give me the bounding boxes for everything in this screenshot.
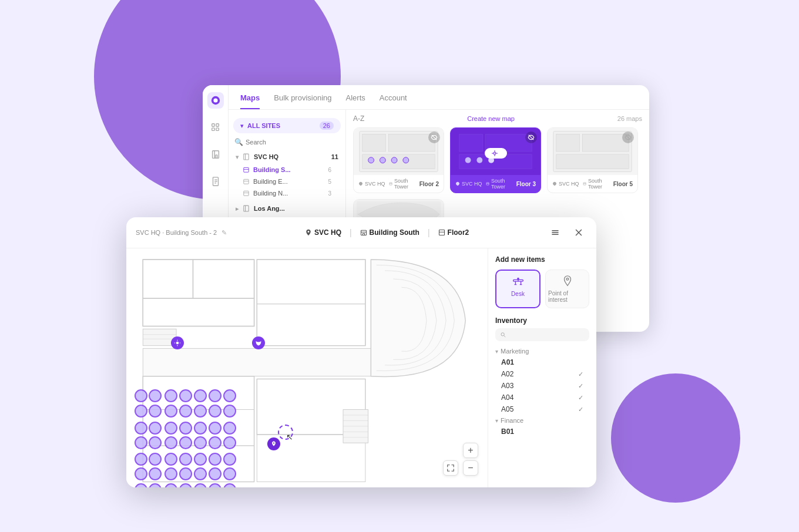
desk-circle-3: [164, 389, 177, 402]
all-sites-row[interactable]: ▾ ALL SITES 26: [233, 118, 341, 133]
site-item-building-n[interactable]: Building N... 3: [229, 187, 345, 199]
add-poi-button[interactable]: Point of interest: [545, 270, 589, 308]
svg-rect-68: [193, 260, 254, 298]
tab-maps[interactable]: Maps: [240, 93, 260, 109]
inventory-item-a01-label: A01: [501, 358, 583, 366]
inventory-search-input[interactable]: [510, 331, 585, 338]
inventory-item-a02-check: ✓: [578, 371, 583, 378]
desk-circle-29: [135, 453, 147, 466]
maps-grid: SVC HQ South Tower Floor 2: [353, 127, 642, 193]
inventory-item-a02-label: A02: [501, 370, 578, 378]
all-sites-count: 26: [320, 122, 334, 130]
svg-point-30: [391, 157, 397, 163]
svg-point-43: [494, 152, 496, 154]
desk-circle-28: [223, 436, 236, 449]
editor-body: ↖ + − Add new items: [126, 248, 596, 487]
search-row: 🔍: [229, 136, 345, 149]
svg-rect-53: [583, 183, 586, 185]
nav-bar: Maps Bulk provisioning Alerts Account: [229, 85, 649, 110]
svg-rect-4: [212, 128, 214, 131]
site-search-input[interactable]: [246, 139, 340, 146]
map-floor5-site-label: SVC HQ: [559, 181, 579, 187]
floor-marker-place: [267, 437, 280, 450]
all-sites-label: ALL SITES: [247, 122, 316, 129]
map-floor5-building-label: South Tower: [588, 178, 611, 190]
inventory-search-icon: [500, 331, 506, 338]
svg-rect-45: [486, 183, 489, 185]
inventory-item-a05[interactable]: A05 ✓: [495, 403, 589, 415]
svg-rect-80: [257, 304, 365, 346]
add-poi-label: Point of interest: [548, 290, 586, 303]
map-floor2-building: South Tower: [389, 178, 417, 190]
sidebar-icon-logo[interactable]: [207, 92, 224, 109]
zoom-controls: + −: [463, 443, 478, 476]
inventory-item-a04-label: A04: [501, 393, 578, 402]
inventory-group-finance-header[interactable]: ▾ Finance: [495, 415, 589, 426]
site-item-building-n-label: Building N...: [253, 190, 288, 197]
inventory-title: Inventory: [495, 316, 589, 325]
site-item-building-s-label: Building S...: [253, 166, 291, 173]
map-card-floor2-image: [354, 128, 444, 175]
map-canvas[interactable]: ↖ + −: [126, 248, 488, 487]
map-floor2-badge: Floor 2: [419, 181, 439, 187]
desk-circle-16: [149, 422, 162, 435]
map-floor3-site: SVC HQ: [455, 181, 484, 187]
desk-circle-42: [223, 467, 236, 480]
site-item-building-s[interactable]: Building S... 6: [229, 164, 345, 176]
floor-marker-1: [171, 336, 184, 349]
map-floor5-badge: Floor 5: [613, 181, 633, 187]
desk-circle-31: [164, 453, 177, 466]
floor-marker-2: [252, 336, 265, 349]
zoom-in-button[interactable]: +: [463, 443, 478, 458]
location-divider-1: |: [350, 228, 352, 237]
inventory-item-a04[interactable]: A04 ✓: [495, 392, 589, 403]
inventory-item-a03[interactable]: A03 ✓: [495, 380, 589, 392]
inventory-group-finance-name: Finance: [501, 417, 523, 424]
list-view-button[interactable]: [547, 224, 563, 241]
inventory-group-marketing-header[interactable]: ▾ Marketing: [495, 346, 589, 356]
desk-circle-39: [179, 467, 192, 480]
inventory-item-b01[interactable]: B01: [495, 426, 589, 437]
expand-button[interactable]: [443, 460, 458, 476]
desk-circle-30: [149, 453, 162, 466]
floor-plan: ↖ + −: [126, 248, 488, 487]
sidebar-icon-building[interactable]: [207, 146, 224, 163]
close-editor-button[interactable]: [570, 224, 587, 241]
inventory-item-a04-check: ✓: [578, 394, 583, 402]
desk-circle-34: [209, 453, 221, 466]
add-desk-button[interactable]: Desk: [495, 270, 540, 308]
manage-button[interactable]: [485, 148, 507, 159]
map-card-floor3[interactable]: SVC HQ South Tower Floor 3: [450, 127, 541, 193]
inventory-list: ▾ Marketing A01 A02 ✓ A03 ✓ A04 ✓: [495, 346, 589, 480]
map-card-floor2[interactable]: SVC HQ South Tower Floor 2: [353, 127, 444, 193]
map-card-floor2-footer: SVC HQ South Tower Floor 2: [354, 175, 444, 193]
desk-circle-14: [223, 405, 236, 417]
site-group-svchq-header[interactable]: ▾ SVC HQ 11: [229, 150, 345, 164]
svg-rect-3: [216, 124, 219, 127]
create-new-map-link[interactable]: Create new map: [467, 115, 515, 122]
site-group-losang-header[interactable]: ▸ Los Ang...: [229, 201, 345, 216]
desk-circle-33: [194, 453, 207, 466]
edit-breadcrumb-icon[interactable]: ✎: [221, 229, 227, 237]
location-building: Building South: [360, 228, 419, 237]
inventory-item-a01[interactable]: A01: [495, 356, 589, 368]
sidebar-icon-document[interactable]: [207, 173, 224, 190]
tab-account[interactable]: Account: [380, 93, 407, 109]
svg-point-28: [368, 157, 374, 163]
desk-circle-10: [164, 405, 177, 417]
add-desk-label: Desk: [511, 291, 525, 297]
drag-indicator: [278, 425, 293, 440]
svg-line-99: [504, 336, 505, 337]
inventory-item-a02[interactable]: A02 ✓: [495, 368, 589, 380]
site-item-building-e[interactable]: Building E... 5: [229, 176, 345, 187]
tab-bulk-provisioning[interactable]: Bulk provisioning: [274, 93, 331, 109]
desk-circle-20: [209, 422, 221, 435]
sidebar-icon-layers[interactable]: [207, 119, 224, 136]
editor-actions: [547, 224, 587, 241]
map-card-floor5[interactable]: SVC HQ South Tower Floor 5: [547, 127, 638, 193]
site-group-svchq-name: SVC HQ: [254, 153, 278, 160]
zoom-out-button[interactable]: −: [463, 460, 478, 476]
location-floor-label: Floor2: [448, 228, 469, 237]
desk-circle-4: [179, 389, 192, 402]
tab-alerts[interactable]: Alerts: [346, 93, 365, 109]
